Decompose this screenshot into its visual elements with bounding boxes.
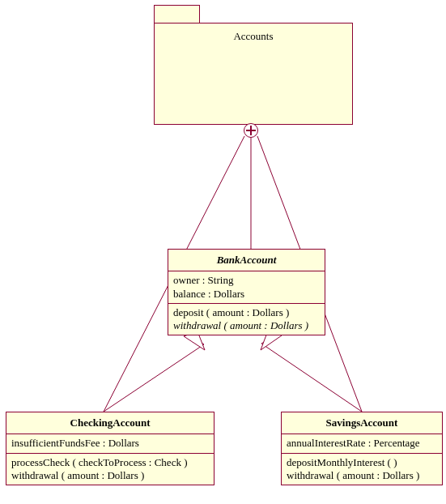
attribute: owner : String xyxy=(173,274,320,287)
class-name: CheckingAccount xyxy=(6,412,214,434)
operations: deposit ( amount : Dollars ) withdrawal … xyxy=(168,304,325,335)
operations: processCheck ( checkToProcess : Check ) … xyxy=(6,454,214,485)
class-savingsaccount: SavingsAccount annualInterestRate : Perc… xyxy=(281,412,443,485)
class-bankaccount: BankAccount owner : String balance : Dol… xyxy=(168,249,325,335)
package-body: Accounts xyxy=(154,23,353,125)
attributes: owner : String balance : Dollars xyxy=(168,271,325,304)
attributes: annualInterestRate : Percentage xyxy=(282,434,442,453)
attributes: insufficientFundsFee : Dollars xyxy=(6,434,214,453)
class-name: SavingsAccount xyxy=(282,412,442,434)
containment-icon xyxy=(244,123,258,138)
package-name: Accounts xyxy=(155,30,352,43)
operation: withdrawal ( amount : Dollars ) xyxy=(287,469,437,482)
package-tab xyxy=(154,5,200,23)
attribute: balance : Dollars xyxy=(173,288,320,301)
operation: withdrawal ( amount : Dollars ) xyxy=(173,319,320,332)
uml-diagram: Accounts BankAccount owner : String bala… xyxy=(0,0,446,504)
operation: withdrawal ( amount : Dollars ) xyxy=(11,469,209,482)
operations: depositMonthlyInterest ( ) withdrawal ( … xyxy=(282,454,442,485)
operation: processCheck ( checkToProcess : Check ) xyxy=(11,456,209,469)
attribute: insufficientFundsFee : Dollars xyxy=(11,437,209,450)
operation: deposit ( amount : Dollars ) xyxy=(173,306,320,319)
class-name: BankAccount xyxy=(168,250,325,271)
attribute: annualInterestRate : Percentage xyxy=(287,437,437,450)
class-checkingaccount: CheckingAccount insufficientFundsFee : D… xyxy=(6,412,215,485)
operation: depositMonthlyInterest ( ) xyxy=(287,456,437,469)
